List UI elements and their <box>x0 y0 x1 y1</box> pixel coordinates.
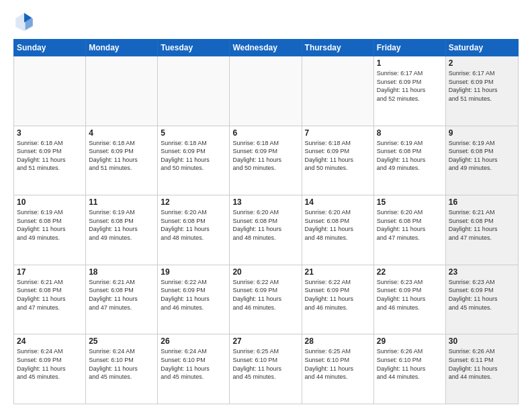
day-number: 22 <box>377 267 443 277</box>
logo <box>13 11 38 32</box>
day-info: Sunrise: 6:21 AM Sunset: 6:08 PM Dayligh… <box>17 278 83 312</box>
cal-cell <box>158 56 230 126</box>
day-info: Sunrise: 6:17 AM Sunset: 6:09 PM Dayligh… <box>449 69 515 103</box>
cal-cell: 15Sunrise: 6:20 AM Sunset: 6:08 PM Dayli… <box>374 195 446 265</box>
day-info: Sunrise: 6:19 AM Sunset: 6:08 PM Dayligh… <box>377 139 443 173</box>
day-number: 19 <box>161 267 226 277</box>
calendar: SundayMondayTuesdayWednesdayThursdayFrid… <box>13 39 519 404</box>
cal-cell <box>86 56 158 126</box>
day-number: 16 <box>449 197 515 207</box>
cal-cell: 21Sunrise: 6:22 AM Sunset: 6:09 PM Dayli… <box>302 265 374 334</box>
day-number: 30 <box>449 336 515 346</box>
day-info: Sunrise: 6:25 AM Sunset: 6:10 PM Dayligh… <box>305 347 371 381</box>
cal-cell <box>302 56 374 126</box>
day-info: Sunrise: 6:18 AM Sunset: 6:09 PM Dayligh… <box>17 139 83 173</box>
day-info: Sunrise: 6:18 AM Sunset: 6:09 PM Dayligh… <box>161 139 226 173</box>
cal-header-cell: Thursday <box>302 40 374 56</box>
day-number: 14 <box>305 197 371 207</box>
day-info: Sunrise: 6:21 AM Sunset: 6:08 PM Dayligh… <box>89 278 154 312</box>
day-number: 23 <box>449 267 515 277</box>
cal-cell: 14Sunrise: 6:20 AM Sunset: 6:08 PM Dayli… <box>302 195 374 265</box>
day-number: 9 <box>449 128 515 138</box>
cal-week: 10Sunrise: 6:19 AM Sunset: 6:08 PM Dayli… <box>14 195 518 265</box>
cal-header-cell: Tuesday <box>158 40 230 56</box>
cal-header-cell: Monday <box>86 40 158 56</box>
day-number: 21 <box>305 267 371 277</box>
day-info: Sunrise: 6:20 AM Sunset: 6:08 PM Dayligh… <box>232 208 298 242</box>
cal-cell: 25Sunrise: 6:24 AM Sunset: 6:10 PM Dayli… <box>86 334 158 404</box>
day-info: Sunrise: 6:17 AM Sunset: 6:09 PM Dayligh… <box>377 69 443 103</box>
day-info: Sunrise: 6:24 AM Sunset: 6:10 PM Dayligh… <box>161 347 226 381</box>
cal-cell <box>230 56 302 126</box>
cal-cell: 18Sunrise: 6:21 AM Sunset: 6:08 PM Dayli… <box>86 265 158 334</box>
cal-cell: 26Sunrise: 6:24 AM Sunset: 6:10 PM Dayli… <box>158 334 230 404</box>
cal-cell: 13Sunrise: 6:20 AM Sunset: 6:08 PM Dayli… <box>230 195 302 265</box>
day-number: 8 <box>377 128 443 138</box>
cal-cell: 23Sunrise: 6:23 AM Sunset: 6:09 PM Dayli… <box>446 265 518 334</box>
cal-week: 17Sunrise: 6:21 AM Sunset: 6:08 PM Dayli… <box>14 265 518 335</box>
day-info: Sunrise: 6:23 AM Sunset: 6:09 PM Dayligh… <box>449 278 515 312</box>
day-info: Sunrise: 6:21 AM Sunset: 6:08 PM Dayligh… <box>449 208 515 242</box>
day-info: Sunrise: 6:19 AM Sunset: 6:08 PM Dayligh… <box>17 208 83 242</box>
day-info: Sunrise: 6:24 AM Sunset: 6:09 PM Dayligh… <box>17 347 83 381</box>
day-info: Sunrise: 6:22 AM Sunset: 6:09 PM Dayligh… <box>232 278 298 312</box>
cal-cell: 3Sunrise: 6:18 AM Sunset: 6:09 PM Daylig… <box>14 126 86 195</box>
calendar-body: 1Sunrise: 6:17 AM Sunset: 6:09 PM Daylig… <box>13 56 519 404</box>
day-info: Sunrise: 6:22 AM Sunset: 6:09 PM Dayligh… <box>161 278 226 312</box>
day-number: 7 <box>305 128 371 138</box>
day-info: Sunrise: 6:25 AM Sunset: 6:10 PM Dayligh… <box>232 347 298 381</box>
cal-cell: 27Sunrise: 6:25 AM Sunset: 6:10 PM Dayli… <box>230 334 302 404</box>
logo-icon <box>13 11 35 32</box>
cal-cell: 28Sunrise: 6:25 AM Sunset: 6:10 PM Dayli… <box>302 334 374 404</box>
day-info: Sunrise: 6:18 AM Sunset: 6:09 PM Dayligh… <box>89 139 154 173</box>
day-info: Sunrise: 6:22 AM Sunset: 6:09 PM Dayligh… <box>305 278 371 312</box>
day-number: 11 <box>89 197 154 207</box>
cal-cell: 10Sunrise: 6:19 AM Sunset: 6:08 PM Dayli… <box>14 195 86 265</box>
day-info: Sunrise: 6:26 AM Sunset: 6:10 PM Dayligh… <box>377 347 443 381</box>
day-number: 12 <box>161 197 226 207</box>
cal-cell: 1Sunrise: 6:17 AM Sunset: 6:09 PM Daylig… <box>374 56 446 126</box>
day-info: Sunrise: 6:18 AM Sunset: 6:09 PM Dayligh… <box>232 139 298 173</box>
day-info: Sunrise: 6:26 AM Sunset: 6:11 PM Dayligh… <box>449 347 515 381</box>
day-number: 24 <box>17 336 83 346</box>
day-number: 1 <box>377 58 443 68</box>
cal-cell: 5Sunrise: 6:18 AM Sunset: 6:09 PM Daylig… <box>158 126 230 195</box>
day-number: 10 <box>17 197 83 207</box>
cal-cell: 12Sunrise: 6:20 AM Sunset: 6:08 PM Dayli… <box>158 195 230 265</box>
day-number: 25 <box>89 336 154 346</box>
cal-header-cell: Saturday <box>446 40 518 56</box>
day-number: 2 <box>449 58 515 68</box>
page: SundayMondayTuesdayWednesdayThursdayFrid… <box>0 0 532 411</box>
cal-cell: 17Sunrise: 6:21 AM Sunset: 6:08 PM Dayli… <box>14 265 86 334</box>
cal-cell: 8Sunrise: 6:19 AM Sunset: 6:08 PM Daylig… <box>374 126 446 195</box>
cal-cell: 4Sunrise: 6:18 AM Sunset: 6:09 PM Daylig… <box>86 126 158 195</box>
day-number: 18 <box>89 267 154 277</box>
cal-cell: 16Sunrise: 6:21 AM Sunset: 6:08 PM Dayli… <box>446 195 518 265</box>
cal-cell: 11Sunrise: 6:19 AM Sunset: 6:08 PM Dayli… <box>86 195 158 265</box>
day-info: Sunrise: 6:19 AM Sunset: 6:08 PM Dayligh… <box>89 208 154 242</box>
day-info: Sunrise: 6:24 AM Sunset: 6:10 PM Dayligh… <box>89 347 154 381</box>
day-number: 13 <box>232 197 298 207</box>
day-info: Sunrise: 6:20 AM Sunset: 6:08 PM Dayligh… <box>377 208 443 242</box>
day-number: 17 <box>17 267 83 277</box>
cal-cell: 19Sunrise: 6:22 AM Sunset: 6:09 PM Dayli… <box>158 265 230 334</box>
cal-cell: 2Sunrise: 6:17 AM Sunset: 6:09 PM Daylig… <box>446 56 518 126</box>
day-number: 20 <box>232 267 298 277</box>
cal-cell: 22Sunrise: 6:23 AM Sunset: 6:09 PM Dayli… <box>374 265 446 334</box>
day-info: Sunrise: 6:18 AM Sunset: 6:09 PM Dayligh… <box>305 139 371 173</box>
cal-header-cell: Wednesday <box>230 40 302 56</box>
day-number: 4 <box>89 128 154 138</box>
cal-week: 24Sunrise: 6:24 AM Sunset: 6:09 PM Dayli… <box>14 334 518 404</box>
day-number: 29 <box>377 336 443 346</box>
day-info: Sunrise: 6:20 AM Sunset: 6:08 PM Dayligh… <box>161 208 226 242</box>
cal-week: 3Sunrise: 6:18 AM Sunset: 6:09 PM Daylig… <box>14 126 518 196</box>
cal-week: 1Sunrise: 6:17 AM Sunset: 6:09 PM Daylig… <box>14 56 518 126</box>
day-number: 28 <box>305 336 371 346</box>
header <box>13 11 519 32</box>
cal-header-cell: Friday <box>374 40 446 56</box>
day-number: 26 <box>161 336 226 346</box>
cal-cell: 24Sunrise: 6:24 AM Sunset: 6:09 PM Dayli… <box>14 334 86 404</box>
day-info: Sunrise: 6:20 AM Sunset: 6:08 PM Dayligh… <box>305 208 371 242</box>
day-number: 27 <box>232 336 298 346</box>
day-number: 6 <box>232 128 298 138</box>
